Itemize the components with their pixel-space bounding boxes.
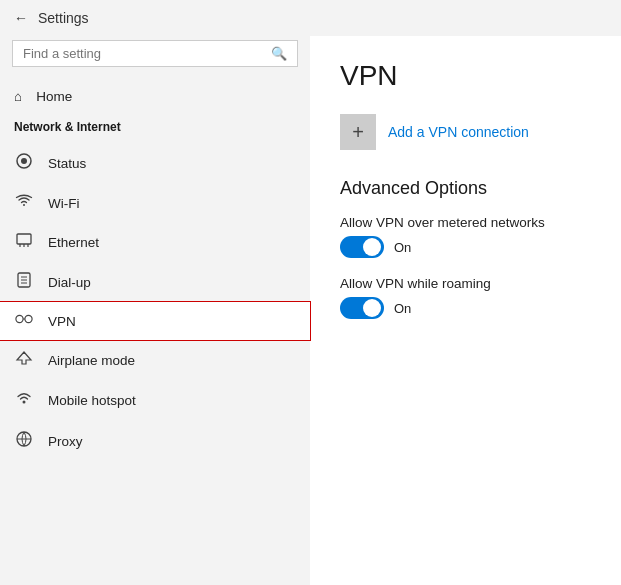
status-label: Status xyxy=(48,156,86,171)
vpn-label: VPN xyxy=(48,314,76,329)
roaming-state: On xyxy=(394,301,411,316)
sidebar-item-hotspot[interactable]: Mobile hotspot xyxy=(0,380,310,420)
sidebar-item-vpn[interactable]: VPN xyxy=(0,302,310,340)
status-icon xyxy=(14,152,34,174)
metered-label: Allow VPN over metered networks xyxy=(340,215,591,230)
sidebar: 🔍 ⌂ Home Network & Internet Status xyxy=(0,36,310,585)
option-metered: Allow VPN over metered networks On xyxy=(340,215,591,258)
roaming-toggle-row: On xyxy=(340,297,591,319)
vpn-icon xyxy=(14,312,34,330)
search-box[interactable]: 🔍 xyxy=(12,40,298,67)
sidebar-item-airplane[interactable]: Airplane mode xyxy=(0,340,310,380)
metered-state: On xyxy=(394,240,411,255)
proxy-icon xyxy=(14,430,34,452)
add-vpn-label[interactable]: Add a VPN connection xyxy=(388,124,529,140)
sidebar-item-wifi[interactable]: Wi-Fi xyxy=(0,184,310,222)
home-label: Home xyxy=(36,89,72,104)
sidebar-item-dialup[interactable]: Dial-up xyxy=(0,262,310,302)
option-roaming: Allow VPN while roaming On xyxy=(340,276,591,319)
sidebar-item-home[interactable]: ⌂ Home xyxy=(0,79,310,114)
title-bar: ← Settings xyxy=(0,0,621,36)
svg-point-1 xyxy=(21,158,27,164)
sidebar-item-ethernet[interactable]: Ethernet xyxy=(0,222,310,262)
main-layout: 🔍 ⌂ Home Network & Internet Status xyxy=(0,36,621,585)
advanced-options-title: Advanced Options xyxy=(340,178,591,199)
hotspot-label: Mobile hotspot xyxy=(48,393,136,408)
add-vpn-row[interactable]: + Add a VPN connection xyxy=(340,114,591,150)
hotspot-icon xyxy=(14,390,34,410)
ethernet-icon xyxy=(14,232,34,252)
page-title: VPN xyxy=(340,60,591,92)
search-icon: 🔍 xyxy=(271,46,287,61)
proxy-label: Proxy xyxy=(48,434,83,449)
search-input[interactable] xyxy=(23,46,265,61)
svg-point-13 xyxy=(23,401,26,404)
window-title: Settings xyxy=(38,10,89,26)
wifi-label: Wi-Fi xyxy=(48,196,79,211)
dialup-icon xyxy=(14,272,34,292)
ethernet-label: Ethernet xyxy=(48,235,99,250)
back-button[interactable]: ← xyxy=(14,10,28,26)
sidebar-item-status[interactable]: Status xyxy=(0,142,310,184)
content-panel: VPN + Add a VPN connection Advanced Opti… xyxy=(310,36,621,585)
add-vpn-icon: + xyxy=(340,114,376,150)
section-label: Network & Internet xyxy=(0,114,310,142)
svg-rect-2 xyxy=(17,234,31,244)
sidebar-item-proxy[interactable]: Proxy xyxy=(0,420,310,462)
roaming-label: Allow VPN while roaming xyxy=(340,276,591,291)
airplane-icon xyxy=(14,350,34,370)
dialup-label: Dial-up xyxy=(48,275,91,290)
wifi-icon xyxy=(14,194,34,212)
roaming-toggle[interactable] xyxy=(340,297,384,319)
home-icon: ⌂ xyxy=(14,89,22,104)
svg-point-10 xyxy=(16,315,23,322)
airplane-label: Airplane mode xyxy=(48,353,135,368)
svg-point-11 xyxy=(25,315,32,322)
metered-toggle[interactable] xyxy=(340,236,384,258)
metered-toggle-row: On xyxy=(340,236,591,258)
